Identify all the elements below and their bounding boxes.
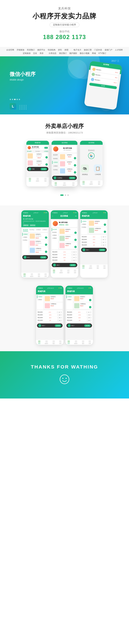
cart-bar-3: 🛒 ¥0.0 去结算 <box>22 255 48 260</box>
category-sidebar: 新品推荐 特价商品 大师家的 小师家的 打折商品 <box>52 154 59 175</box>
nav-tag[interactable]: 微护摄影 <box>69 52 77 55</box>
add-btn[interactable]: + <box>104 231 106 233</box>
store-avatar <box>53 146 58 152</box>
nav-tag[interactable]: 门店外卖 <box>94 48 102 51</box>
cat-item[interactable]: 新品推荐 <box>52 154 59 156</box>
nav-tag[interactable]: 酒店预订 <box>59 52 67 55</box>
app-card-top: 中国移动 上午9:37 ⚡100 商城列表 鲁大师牛肉店铺 距离您最近的省市区域… <box>21 210 49 227</box>
nav-tag[interactable]: 道德门户 <box>105 48 112 51</box>
nav-tag[interactable]: 定制旅游 <box>23 52 31 55</box>
bat-section: 中国移动 上午9:16:37 ⚡100 商城列表 大师家的 小师家的 <box>0 282 129 351</box>
browse-icon-item[interactable]: 🛍 浏览商品 <box>81 164 89 176</box>
nav-cart[interactable]: 购物车 <box>36 178 39 182</box>
nav-cart-2[interactable]: 购物车 <box>63 182 66 186</box>
nav-tag[interactable]: 民宿预订 <box>27 48 35 51</box>
add-btn[interactable]: + <box>45 244 47 246</box>
phone-mockup: 龙兵商城 商品名称一 ¥15.5 商品名称二 ¥8.0 <box>84 61 122 110</box>
cart-bar-4: 🛒 ¥69.7 去结算 <box>52 263 77 267</box>
nav-tag[interactable]: KTV预订 <box>98 52 106 55</box>
checkout-btn-4[interactable]: 去结算 <box>70 264 76 266</box>
nav-tag[interactable]: 婚庆平台 <box>37 48 45 51</box>
ss-body-3: 营业状态 🏪 🛍 浏览商品 📋 订单管理 <box>80 145 103 180</box>
cat-item[interactable]: 特价商品 <box>52 157 59 160</box>
cart-icon: 🛒 <box>28 168 31 170</box>
nav-tag[interactable]: 微信小视频 <box>80 52 89 55</box>
cart-bar-6: 🛒 ¥69.7 去结算 <box>37 324 63 328</box>
nav-tag[interactable]: 企业官网 <box>6 48 14 51</box>
hero-section: 龙兵科技 小程序开发实力品牌 定制各行业50套小程序 微信/手机 188 280… <box>0 0 129 47</box>
add-btn[interactable]: + <box>74 157 76 159</box>
deco-circle <box>68 60 87 79</box>
dot-grid <box>19 105 27 110</box>
takeout-section: 外卖单店小程序 体验案例添加微信：18828021173 商城列表 鲁大师牛肉饭… <box>0 114 129 206</box>
store-header: 鲁大师牛肉饭 评分 ★★★★☆ <box>52 146 77 152</box>
svg-point-2 <box>66 378 67 379</box>
add-btn[interactable]: + <box>74 239 77 241</box>
nav-mine-3[interactable]: 我的 <box>98 181 100 185</box>
nav-tag[interactable]: 美容 <box>40 52 44 55</box>
nav-home-2[interactable]: 首页 <box>55 182 57 186</box>
app-screenshots-section: 中国移动 上午9:37 ⚡100 商城列表 鲁大师牛肉店铺 距离您最近的省市区域… <box>0 206 129 282</box>
add-btn[interactable]: + <box>45 163 48 166</box>
decrement-btn[interactable]: - <box>71 251 73 253</box>
bottom-nav-2: 首页 购物车 我的 <box>52 181 77 186</box>
add-btn[interactable]: + <box>45 236 47 239</box>
checkout-btn-5[interactable]: 去结算 <box>99 249 105 251</box>
add-btn[interactable]: + <box>74 164 76 166</box>
page-dot-2[interactable] <box>65 194 66 196</box>
nav-tag[interactable]: 人才招聘 <box>115 48 123 51</box>
nav-mine[interactable]: 我的 <box>44 178 47 182</box>
screenshot-phone-2: 龙兵商城 鲁大师牛肉饭 评分 ★★★★☆ 新品推荐 特价商品 大师家的 小师家的 <box>52 141 77 186</box>
cat-item[interactable]: 打折商品 <box>52 168 59 172</box>
nav-tag[interactable]: 商城 <box>92 52 96 55</box>
add-btn[interactable]: + <box>45 156 48 158</box>
nav-tag[interactable]: 电子名片 <box>74 48 81 51</box>
phone-screen-body: 商品名称一 ¥15.5 商品名称二 ¥8.0 商品名称三 ¥12.0 去结算 <box>86 66 120 107</box>
add-btn[interactable]: + <box>45 251 47 253</box>
checkout-btn-7[interactable]: 去结算 <box>84 324 91 327</box>
banner-pagination <box>10 99 36 100</box>
page-dot-1[interactable] <box>60 194 64 196</box>
nav-mine-2[interactable]: 我的 <box>72 182 75 186</box>
order-icon-item[interactable]: 📋 订单管理 <box>94 164 102 176</box>
increment-btn[interactable]: + <box>75 251 77 253</box>
nav-tag[interactable]: 培训机构 <box>48 48 55 51</box>
checkout-btn-6[interactable]: 去结算 <box>55 324 61 327</box>
product-card: 玩具套件2 玩具套件描述 ¥4.3 + <box>27 160 48 166</box>
bottom-nav-card3: 首页 购物车 我的 设置 <box>80 264 108 270</box>
nav-tag[interactable]: 分类信息 <box>49 52 56 55</box>
phone-number[interactable]: 188 2802 1173 <box>3 34 126 40</box>
checkout-button[interactable]: 去结算 <box>41 168 47 170</box>
add-btn[interactable]: + <box>74 171 76 174</box>
bottom-nav-card2: 首页 购物车 我的 设置 <box>51 269 78 274</box>
ss-header-3: 龙兵商城 <box>80 141 103 145</box>
status-circle: 🏪 <box>88 152 95 159</box>
cat-item[interactable]: 小师家的 <box>52 165 59 168</box>
app-card-body-2: 鲁大师牛肉饭 商城代金 粉丝 新品推荐 特价商品 大师家的 小师家的 <box>51 219 78 269</box>
nav-tag[interactable]: 交友 <box>33 52 37 55</box>
add-btn[interactable]: + <box>74 232 77 234</box>
screenshots-row: 商城列表 鲁大师牛肉饭 商城代金 粉丝代金 进店 新品推荐 特价商品 <box>3 141 126 193</box>
checkout-btn-3[interactable]: 去结算 <box>40 256 47 258</box>
app-card-store-detail: 中国移动 上午9:37 ⚡100 ‹ 龙兵商城 ••• 鲁大师牛肉饭 商城代金 <box>51 210 78 278</box>
checkout-button[interactable]: 去结算 <box>69 177 75 179</box>
cart-bar-7: 🛒 ¥69.7 去结算 <box>66 324 92 328</box>
nav-tag[interactable]: 拼团 <box>65 48 68 51</box>
add-btn[interactable]: + <box>104 224 106 226</box>
nav-home-3[interactable]: 首页 <box>82 181 85 185</box>
page-dot-3[interactable] <box>67 194 69 196</box>
banner-title: 微信小程序 <box>10 71 36 78</box>
takeout-subtitle: 体验案例添加微信：18828021173 <box>3 131 126 134</box>
nav-home[interactable]: 首页 <box>29 178 31 182</box>
add-btn[interactable]: + <box>74 246 77 248</box>
cat-item-active[interactable]: 大师家的 <box>52 161 59 164</box>
nav-tag[interactable]: 开锁家政 <box>17 48 24 51</box>
store-card: 鲁大师牛肉饭 商城代金 粉丝代金 进店 <box>27 146 48 150</box>
nav-tag[interactable]: 旅游订票 <box>84 48 92 51</box>
app-card-order: 中国移动 上午9:37 ⚡82 商城列表 大师家的 小师家的 打折商品 <box>80 210 108 278</box>
nav-tag[interactable]: 拼车 <box>58 48 62 51</box>
thanks-title: THANKS FOR WATHING <box>3 364 126 370</box>
nav-cart-3[interactable]: 购物车 <box>90 181 93 185</box>
pagination-dots <box>3 193 126 200</box>
phone-mockup-container: 龙兵商城 商品名称一 ¥15.5 商品名称二 ¥8.0 <box>87 63 119 108</box>
